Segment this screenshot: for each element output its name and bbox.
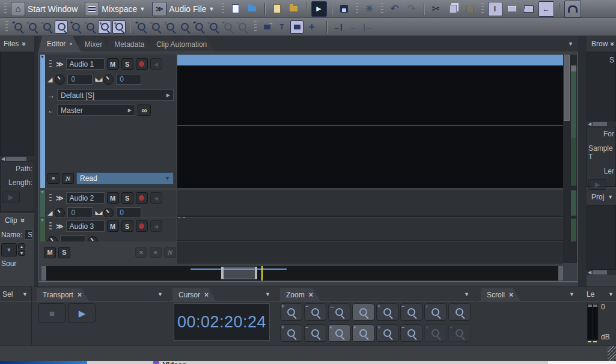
mixspace-button[interactable]: Mixspace bbox=[102, 4, 137, 14]
track-1-volume-value[interactable]: 0 bbox=[67, 74, 93, 85]
zoom-v-sel-icon[interactable] bbox=[178, 20, 191, 34]
zoom-selection-icon[interactable]: + bbox=[98, 20, 111, 34]
dropdown-icon[interactable]: ▼ bbox=[569, 291, 575, 297]
zoom-prev-icon[interactable]: − bbox=[40, 20, 53, 34]
overview-playback-cursor[interactable] bbox=[261, 266, 263, 281]
collapse-chevron-icon[interactable]: » bbox=[19, 219, 27, 223]
dropdown-icon[interactable]: ▼ bbox=[157, 291, 163, 297]
track-2-monitor-button[interactable]: ◄ bbox=[150, 192, 162, 204]
zoom-v-in-icon[interactable]: + bbox=[135, 20, 148, 34]
overview-visible-range[interactable] bbox=[222, 267, 257, 279]
zoom-range-out-icon[interactable]: − bbox=[207, 20, 220, 34]
tab-clip-automation[interactable]: Clip Automation bbox=[148, 37, 215, 52]
zoom-store-out-icon[interactable]: − bbox=[448, 324, 471, 342]
overview-right-handle[interactable] bbox=[558, 266, 563, 281]
dropdown-icon[interactable]: ▼ bbox=[265, 291, 270, 297]
zoom-out-icon[interactable]: − bbox=[26, 20, 39, 34]
zoom-step-out-icon[interactable]: − bbox=[304, 324, 326, 342]
new-project-icon[interactable] bbox=[270, 2, 284, 16]
zoom-tool-icon[interactable] bbox=[352, 303, 374, 321]
track-grip[interactable] bbox=[49, 194, 52, 202]
track-1-pan-value[interactable]: 0 bbox=[116, 74, 141, 85]
zoom-tool-icon[interactable] bbox=[55, 20, 68, 34]
tabrow-dropdown-icon[interactable]: ▼ bbox=[568, 41, 573, 47]
zoom-out-h-icon[interactable]: − bbox=[304, 303, 326, 321]
collapse-chevron-icon[interactable]: » bbox=[609, 42, 616, 46]
track-1-automation-mode[interactable]: Read▼ bbox=[76, 172, 174, 184]
close-icon[interactable]: × bbox=[309, 291, 313, 299]
track-1-link-button[interactable]: ∞ bbox=[138, 105, 151, 116]
toolbar-grip[interactable] bbox=[356, 3, 358, 15]
browser-hscrollbar[interactable]: ◀ bbox=[587, 121, 616, 127]
settings-gear-icon[interactable]: ✳ bbox=[362, 2, 377, 16]
cut-icon[interactable]: ✂ bbox=[429, 2, 444, 16]
timeline-ruler[interactable] bbox=[177, 241, 563, 264]
track-collapse-icon[interactable]: ▼ bbox=[40, 190, 44, 194]
move-left-icon[interactable]: ← bbox=[538, 1, 554, 17]
go-next-icon[interactable]: → bbox=[346, 20, 359, 34]
track-3-name-field[interactable]: Audio 3 bbox=[66, 220, 105, 232]
mixspace-icon[interactable] bbox=[85, 2, 99, 16]
zoom-v-fit-icon[interactable]: ↕ bbox=[424, 303, 447, 321]
automation-curve-icon[interactable]: N bbox=[164, 247, 176, 258]
view-cursor-icon[interactable]: T bbox=[275, 20, 288, 34]
track-1-input-selector[interactable]: Master▶ bbox=[57, 105, 135, 116]
clip-name-field[interactable]: Sl bbox=[24, 229, 32, 240]
home-icon[interactable]: ⌂ bbox=[11, 2, 25, 16]
track-2-solo-button[interactable]: S bbox=[121, 192, 133, 204]
track-3-color-strip[interactable]: ▼ bbox=[40, 218, 45, 241]
zoom-all-icon[interactable]: + bbox=[112, 20, 126, 34]
sidebar-divider[interactable] bbox=[578, 36, 587, 287]
track-2-mute-button[interactable]: M bbox=[107, 192, 119, 204]
close-icon[interactable]: × bbox=[204, 291, 209, 299]
play-window-icon[interactable]: ▶ bbox=[311, 1, 327, 17]
track-grip[interactable] bbox=[49, 60, 52, 68]
track-3-monitor-button[interactable]: ◄ bbox=[150, 220, 162, 232]
zoom-sel-all-icon[interactable]: + bbox=[352, 324, 374, 342]
resize-grip[interactable] bbox=[608, 346, 616, 362]
scroll-up-icon[interactable]: ▲ bbox=[18, 243, 25, 249]
audio-file-dropdown-icon[interactable]: ▼ bbox=[209, 6, 215, 12]
track-collapse-icon[interactable]: ▼ bbox=[40, 55, 44, 59]
overview-left-handle[interactable] bbox=[41, 266, 46, 281]
zoom-range-out-icon[interactable]: − bbox=[400, 324, 422, 342]
open-project-icon[interactable] bbox=[287, 2, 301, 16]
new-file-icon[interactable] bbox=[228, 2, 243, 16]
track-1-output-selector[interactable]: Default [S]▶ bbox=[57, 89, 174, 101]
zoom-small-icon[interactable]: ↔ bbox=[328, 303, 350, 321]
track-1-record-button[interactable] bbox=[136, 58, 148, 70]
collapse-chevron-icon[interactable]: » bbox=[20, 42, 29, 46]
track-2-color-strip[interactable]: ▼ bbox=[40, 190, 45, 217]
panel-toggle-icon[interactable]: ≡ bbox=[150, 247, 162, 258]
split-object-icon[interactable] bbox=[522, 2, 536, 16]
clip-title-bar[interactable] bbox=[177, 55, 563, 65]
toolbar-grip[interactable] bbox=[4, 3, 7, 15]
play-button[interactable]: ▶ bbox=[68, 303, 96, 323]
zoom-store-in-icon[interactable]: + bbox=[424, 324, 447, 342]
view-object-icon[interactable] bbox=[290, 20, 303, 34]
track-2-pan-value[interactable]: 0 bbox=[116, 207, 141, 217]
waveform-channel-left[interactable] bbox=[177, 65, 563, 126]
track-collapse-icon[interactable]: ▼ bbox=[40, 218, 44, 222]
zoom-v-fit-icon[interactable]: ↕ bbox=[163, 20, 177, 34]
close-icon[interactable]: × bbox=[78, 291, 82, 299]
go-end-icon[interactable]: |→ bbox=[361, 20, 374, 34]
copy-icon[interactable] bbox=[446, 2, 460, 16]
zoom-sel-in-icon[interactable]: + bbox=[328, 324, 350, 342]
project-hscrollbar[interactable]: ◀ bbox=[587, 270, 616, 275]
transport-tab[interactable]: Transport× bbox=[37, 288, 89, 301]
track-grip[interactable] bbox=[49, 222, 52, 231]
audio-file-icon[interactable]: ≫ bbox=[152, 2, 166, 16]
zoom-out-step-icon[interactable]: − bbox=[84, 20, 97, 34]
tab-metadata[interactable]: Metadata bbox=[106, 37, 153, 52]
redo-icon[interactable]: ↷ bbox=[404, 2, 419, 16]
cursor-time-display[interactable]: 00:02:20:24 bbox=[174, 303, 270, 341]
track-3-mute-button[interactable]: M bbox=[107, 220, 119, 232]
zoom-step-in-icon[interactable]: + bbox=[280, 324, 302, 342]
files-hscrollbar[interactable]: ◀ bbox=[0, 156, 34, 162]
track-3-lane[interactable] bbox=[177, 218, 563, 241]
zoom-range-in-icon[interactable]: + bbox=[376, 324, 398, 342]
overview-bar[interactable] bbox=[41, 266, 563, 281]
toolbar-grip[interactable] bbox=[481, 3, 484, 15]
zoom-store-out-icon[interactable]: − bbox=[236, 20, 249, 34]
